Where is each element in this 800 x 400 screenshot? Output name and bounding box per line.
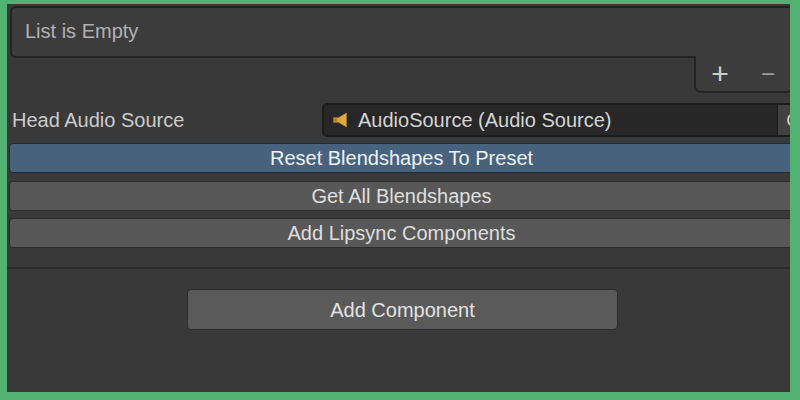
reorderable-list-footer: + − bbox=[694, 56, 794, 93]
object-field-value: AudioSource (Audio Source) bbox=[358, 109, 611, 132]
add-lipsync-components-button[interactable]: Add Lipsync Components bbox=[9, 218, 794, 248]
get-all-blendshapes-button[interactable]: Get All Blendshapes bbox=[9, 181, 794, 211]
head-audio-source-field[interactable]: AudioSource (Audio Source) bbox=[322, 103, 794, 137]
object-picker-icon bbox=[787, 113, 794, 128]
head-audio-source-label: Head Audio Source bbox=[12, 103, 184, 137]
list-empty-label: List is Empty bbox=[12, 8, 792, 54]
list-remove-button[interactable]: − bbox=[744, 56, 792, 91]
reset-blendshapes-button[interactable]: Reset Blendshapes To Preset bbox=[9, 143, 794, 173]
audio-source-icon bbox=[331, 109, 353, 131]
inspector-divider bbox=[0, 267, 800, 269]
object-picker-button[interactable] bbox=[777, 105, 792, 135]
add-component-button[interactable]: Add Component bbox=[187, 289, 618, 330]
list-add-button[interactable]: + bbox=[696, 56, 744, 91]
reorderable-list: List is Empty bbox=[10, 6, 794, 58]
unity-inspector-panel: List is Empty + − Head Audio Source Audi… bbox=[0, 0, 800, 400]
